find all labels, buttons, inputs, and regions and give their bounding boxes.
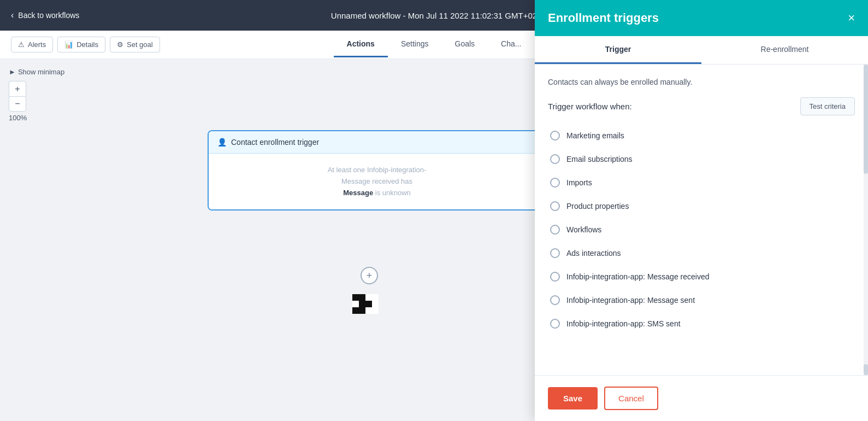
radio-label-marketing-emails: Marketing emails <box>566 131 624 140</box>
zoom-level: 100% <box>9 114 27 122</box>
card-body-text2: Message received has <box>220 176 534 188</box>
radio-circle-ads-interactions <box>550 248 560 258</box>
trigger-header: Trigger workflow when: Test criteria <box>548 97 855 115</box>
workflow-title: Unnamed workflow - Mon Jul 11 2022 11:02… <box>331 11 537 20</box>
card-header-label: Contact enrollment trigger <box>231 138 319 147</box>
svg-rect-3 <box>372 294 379 301</box>
contact-icon: 👤 <box>217 138 227 147</box>
radio-circle-imports <box>550 178 560 188</box>
svg-rect-8 <box>352 307 359 314</box>
panel-body: Contacts can always be enrolled manually… <box>535 65 868 375</box>
svg-rect-5 <box>359 301 365 307</box>
enrollment-trigger-card[interactable]: 👤 Contact enrollment trigger At least on… <box>208 130 546 210</box>
details-icon: 📊 <box>64 40 73 49</box>
card-body-suffix: is unknown <box>373 189 411 197</box>
radio-marketing-emails[interactable]: Marketing emails <box>548 124 855 148</box>
scrollbar-thumb-bottom[interactable] <box>864 364 868 375</box>
card-body: At least one Infobip-integration- Messag… <box>209 154 545 209</box>
radio-label-imports: Imports <box>566 178 592 187</box>
trigger-when-label: Trigger workflow when: <box>548 102 632 111</box>
card-body-text3: Message is unknown <box>220 188 534 199</box>
radio-circle-workflows <box>550 225 560 235</box>
back-to-workflows-link[interactable]: ‹ Back to workflows <box>11 10 79 20</box>
save-button[interactable]: Save <box>548 387 598 410</box>
test-criteria-button[interactable]: Test criteria <box>800 97 855 115</box>
details-button[interactable]: 📊 Details <box>57 37 105 52</box>
radio-product-properties[interactable]: Product properties <box>548 195 855 218</box>
svg-rect-6 <box>365 301 372 307</box>
radio-label-product-properties: Product properties <box>566 202 629 210</box>
back-label: Back to workflows <box>18 11 79 20</box>
tab-goals[interactable]: Goals <box>442 32 488 57</box>
zoom-out-button[interactable]: − <box>9 96 26 112</box>
radio-circle-infobip-sms <box>550 319 560 329</box>
radio-circle-infobip-sent <box>550 295 560 305</box>
alerts-button[interactable]: ⚠ Alerts <box>11 37 53 52</box>
radio-label-infobip-received: Infobip-integration-app: Message receive… <box>566 272 710 281</box>
svg-rect-11 <box>372 307 379 314</box>
svg-rect-4 <box>352 301 359 307</box>
set-goal-label: Set goal <box>127 40 153 49</box>
svg-rect-9 <box>359 307 365 314</box>
back-arrow-icon: ‹ <box>11 10 14 20</box>
radio-infobip-sms[interactable]: Infobip-integration-app: SMS sent <box>548 312 855 336</box>
main-tabs: Actions Settings Goals Cha... <box>334 32 535 57</box>
card-header: 👤 Contact enrollment trigger <box>209 131 545 154</box>
radio-label-infobip-sms: Infobip-integration-app: SMS sent <box>566 319 681 328</box>
tab-trigger[interactable]: Trigger <box>535 36 701 64</box>
cancel-button[interactable]: Cancel <box>604 387 658 410</box>
panel-title: Enrollment triggers <box>548 11 659 25</box>
show-minimap-toggle[interactable]: ► Show minimap <box>9 68 64 76</box>
radio-label-workflows: Workflows <box>566 225 601 234</box>
set-goal-button[interactable]: ⚙ Set goal <box>110 37 160 52</box>
svg-rect-2 <box>365 294 372 301</box>
alerts-label: Alerts <box>28 40 46 49</box>
tab-changelog[interactable]: Cha... <box>488 32 534 57</box>
radio-email-subscriptions[interactable]: Email subscriptions <box>548 148 855 171</box>
tab-settings[interactable]: Settings <box>388 32 442 57</box>
radio-circle-infobip-received <box>550 272 560 282</box>
goal-icon: ⚙ <box>117 40 123 49</box>
close-panel-button[interactable]: × <box>848 12 855 24</box>
svg-rect-0 <box>352 294 359 301</box>
radio-workflows[interactable]: Workflows <box>548 218 855 242</box>
svg-rect-7 <box>372 301 379 307</box>
radio-infobip-sent[interactable]: Infobip-integration-app: Message sent <box>548 289 855 312</box>
radio-circle-product-properties <box>550 201 560 211</box>
minimap-label: Show minimap <box>18 68 64 76</box>
trigger-radio-list: Marketing emails Email subscriptions Imp… <box>548 124 855 336</box>
svg-rect-1 <box>359 294 365 301</box>
details-label: Details <box>76 40 98 49</box>
radio-circle-email-subscriptions <box>550 154 560 164</box>
radio-label-ads-interactions: Ads interactions <box>566 249 621 258</box>
chevron-right-icon: ► <box>9 68 16 76</box>
scrollbar-thumb-top[interactable] <box>864 65 868 174</box>
checkered-pattern <box>352 294 380 316</box>
add-step-button[interactable]: + <box>361 267 378 284</box>
panel-tabs: Trigger Re-enrollment <box>535 36 868 65</box>
panel-header: Enrollment triggers × <box>535 0 868 36</box>
tab-reenrollment[interactable]: Re-enrollment <box>701 36 868 64</box>
radio-imports[interactable]: Imports <box>548 171 855 195</box>
radio-infobip-received[interactable]: Infobip-integration-app: Message receive… <box>548 265 855 289</box>
card-body-text1: At least one Infobip-integration- <box>220 165 534 176</box>
zoom-in-button[interactable]: + <box>9 81 26 96</box>
tab-actions[interactable]: Actions <box>334 32 388 57</box>
enrolled-note: Contacts can always be enrolled manually… <box>548 78 855 86</box>
svg-rect-10 <box>365 307 372 314</box>
card-body-bold: Message <box>343 189 373 197</box>
panel-footer: Save Cancel <box>535 375 868 421</box>
zoom-controls: + − <box>9 81 26 112</box>
radio-label-infobip-sent: Infobip-integration-app: Message sent <box>566 296 695 305</box>
radio-ads-interactions[interactable]: Ads interactions <box>548 242 855 265</box>
radio-circle-marketing-emails <box>550 131 560 141</box>
enrollment-triggers-panel: Enrollment triggers × Trigger Re-enrollm… <box>535 0 868 421</box>
radio-label-email-subscriptions: Email subscriptions <box>566 155 633 163</box>
alerts-icon: ⚠ <box>18 40 25 49</box>
scrollbar-track[interactable] <box>864 65 868 375</box>
